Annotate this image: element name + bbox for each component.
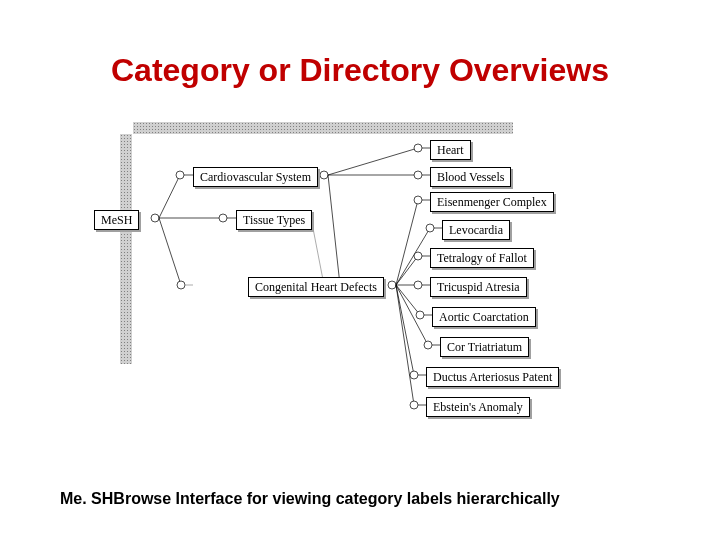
svg-point-40	[410, 401, 418, 409]
svg-line-11	[328, 148, 418, 175]
svg-point-6	[177, 281, 185, 289]
svg-line-26	[396, 228, 430, 285]
svg-line-32	[396, 285, 414, 405]
hierarchy-diagram: MeSH Cardiovascular System Tissue Types …	[80, 120, 620, 460]
slide-title: Category or Directory Overviews	[0, 52, 720, 89]
node-blood-vessels[interactable]: Blood Vessels	[430, 167, 511, 187]
node-ebstein[interactable]: Ebstein's Anomaly	[426, 397, 530, 417]
svg-line-1	[159, 175, 180, 218]
svg-point-34	[426, 224, 434, 232]
svg-point-10	[320, 171, 328, 179]
svg-point-33	[414, 196, 422, 204]
node-tissue-types[interactable]: Tissue Types	[236, 210, 312, 230]
svg-line-13	[328, 175, 340, 285]
svg-line-3	[159, 218, 181, 285]
svg-point-0	[151, 214, 159, 222]
svg-point-37	[416, 311, 424, 319]
node-ductus[interactable]: Ductus Arteriosus Patent	[426, 367, 559, 387]
slide-caption: Me. SHBrowse Interface for viewing categ…	[60, 490, 560, 508]
node-aortic[interactable]: Aortic Coarctation	[432, 307, 536, 327]
node-tricuspid[interactable]: Tricuspid Atresia	[430, 277, 527, 297]
svg-point-4	[176, 171, 184, 179]
svg-line-21	[311, 218, 324, 285]
node-cardiovascular[interactable]: Cardiovascular System	[193, 167, 318, 187]
svg-line-27	[396, 256, 418, 285]
svg-point-14	[414, 144, 422, 152]
svg-point-15	[414, 171, 422, 179]
svg-point-38	[424, 341, 432, 349]
svg-line-31	[396, 285, 414, 375]
node-eisenmenger[interactable]: Eisenmenger Complex	[430, 192, 554, 212]
svg-point-36	[414, 281, 422, 289]
node-cor[interactable]: Cor Triatriatum	[440, 337, 529, 357]
node-congenital[interactable]: Congenital Heart Defects	[248, 277, 384, 297]
svg-point-35	[414, 252, 422, 260]
node-heart[interactable]: Heart	[430, 140, 471, 160]
node-mesh[interactable]: MeSH	[94, 210, 139, 230]
svg-point-5	[219, 214, 227, 222]
node-levocardia[interactable]: Levocardia	[442, 220, 510, 240]
svg-line-25	[396, 200, 418, 285]
svg-point-24	[388, 281, 396, 289]
svg-point-39	[410, 371, 418, 379]
node-tetralogy[interactable]: Tetralogy of Fallot	[430, 248, 534, 268]
